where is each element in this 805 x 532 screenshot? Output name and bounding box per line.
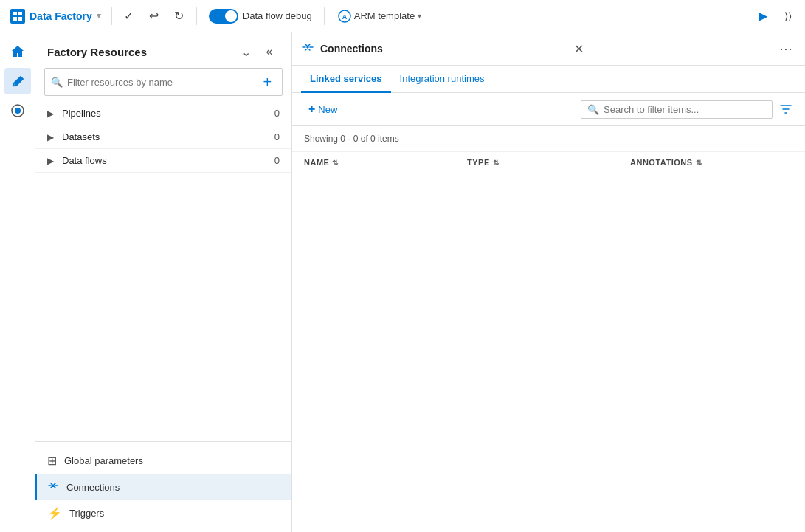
col-ann-label: ANNOTATIONS: [630, 158, 693, 167]
svg-rect-2: [13, 17, 17, 21]
filter-search-input[interactable]: [604, 104, 766, 115]
left-nav: [0, 32, 35, 532]
dataflows-label: Data flows: [62, 155, 274, 166]
collapse-button[interactable]: ⟩⟩: [777, 5, 799, 27]
arm-icon: A: [338, 10, 351, 23]
brand-label: Data Factory: [30, 10, 92, 22]
nav-monitor[interactable]: [4, 97, 31, 124]
table-header: NAME ⇅ TYPE ⇅ ANNOTATIONS ⇅: [292, 152, 805, 173]
new-plus-icon: +: [308, 103, 315, 116]
svg-rect-3: [18, 17, 22, 21]
search-icon: 🔍: [51, 77, 63, 88]
tab-linked-services[interactable]: Linked services: [301, 66, 391, 93]
debug-toggle-thumb: [225, 10, 237, 22]
svg-rect-0: [13, 12, 17, 15]
panel-header: Connections ✕ ⋯: [292, 32, 805, 66]
arm-chevron: ▾: [418, 12, 421, 20]
col-type-label: TYPE: [467, 158, 490, 167]
col-name-sort-icon[interactable]: ⇅: [332, 159, 339, 167]
brand-icon: [10, 9, 25, 24]
toolbar-right: ▶ ⟩⟩: [752, 5, 799, 27]
brand: Data Factory ▾: [6, 9, 106, 24]
dataflows-chevron: ▶: [47, 156, 56, 166]
search-area: 🔍: [581, 99, 796, 120]
sidebar-collapse-btn[interactable]: ⌄: [235, 41, 256, 62]
panel-header-right: ✕: [570, 40, 588, 58]
sidebar-item-dataflows[interactable]: ▶ Data flows 0: [35, 149, 291, 173]
sidebar-item-datasets[interactable]: ▶ Datasets 0: [35, 125, 291, 149]
tab-integration-runtimes[interactable]: Integration runtimes: [391, 66, 494, 93]
col-header-annotations[interactable]: ANNOTATIONS ⇅: [630, 158, 793, 167]
toolbar-separator-1: [111, 7, 112, 25]
new-button[interactable]: + New: [301, 100, 345, 119]
col-header-type[interactable]: TYPE ⇅: [467, 158, 630, 167]
filter-button[interactable]: [775, 99, 796, 120]
filter-search-container: 🔍: [581, 100, 773, 119]
toolbar-separator-3: [324, 7, 325, 25]
datasets-label: Datasets: [62, 131, 274, 142]
connections-panel-icon: [301, 41, 314, 57]
toolbar-separator-2: [196, 7, 197, 25]
col-ann-sort-icon[interactable]: ⇅: [696, 159, 702, 167]
datasets-count: 0: [274, 131, 280, 142]
main-toolbar: Data Factory ▾ ✓ ↩ ↻ Data flow debug A A…: [0, 0, 805, 32]
showing-text: Showing 0 - 0 of 0 items: [292, 126, 805, 152]
col-name-label: NAME: [304, 158, 329, 167]
sidebar-header: Factory Resources ⌄ «: [35, 32, 291, 68]
global-params-icon: ⊞: [47, 454, 57, 468]
main-content: Connections ✕ ⋯ Linked services Integrat…: [292, 32, 805, 532]
undo-button[interactable]: ↩: [143, 5, 165, 27]
connections-icon: [47, 480, 59, 494]
panel-body: Showing 0 - 0 of 0 items NAME ⇅ TYPE ⇅ A…: [292, 126, 805, 532]
panel-toolbar: + New 🔍: [292, 93, 805, 126]
pipelines-chevron: ▶: [47, 108, 56, 119]
nav-author[interactable]: [4, 68, 31, 94]
triggers-icon: ⚡: [47, 506, 62, 520]
debug-toggle-container[interactable]: Data flow debug: [203, 9, 318, 24]
run-button[interactable]: ▶: [752, 5, 774, 27]
new-label: New: [318, 104, 337, 115]
sidebar: Factory Resources ⌄ « 🔍 + ▶ Pipelines 0 …: [35, 32, 292, 532]
redo-button[interactable]: ↻: [168, 5, 190, 27]
debug-toggle-track[interactable]: [209, 9, 238, 24]
redo-icon: ↻: [174, 9, 184, 23]
nav-home[interactable]: [4, 38, 31, 65]
filter-search-icon: 🔍: [587, 104, 599, 115]
dataflows-count: 0: [274, 155, 280, 166]
sidebar-footer-connections[interactable]: Connections: [35, 474, 291, 500]
undo-icon: ↩: [149, 9, 159, 23]
sidebar-footer-triggers[interactable]: ⚡ Triggers: [35, 500, 291, 526]
search-input[interactable]: [67, 77, 255, 88]
svg-point-7: [15, 108, 21, 114]
sidebar-resource-list: ▶ Pipelines 0 ▶ Datasets 0 ▶ Data flows …: [35, 102, 291, 441]
svg-rect-1: [18, 12, 22, 15]
arm-template-label: ARM template: [354, 10, 415, 21]
sidebar-minimize-btn[interactable]: «: [259, 41, 280, 62]
add-resource-button[interactable]: +: [259, 72, 276, 92]
connections-label: Connections: [66, 482, 120, 493]
panel-tabs: Linked services Integration runtimes: [292, 66, 805, 93]
main-layout: Factory Resources ⌄ « 🔍 + ▶ Pipelines 0 …: [0, 32, 805, 532]
arm-template-button[interactable]: A ARM template ▾: [331, 7, 429, 26]
triggers-label: Triggers: [69, 508, 104, 519]
col-header-name[interactable]: NAME ⇅: [304, 158, 467, 167]
sidebar-search-container: 🔍 +: [44, 68, 283, 96]
save-button[interactable]: ✓: [118, 5, 140, 27]
sidebar-footer: ⊞ Global parameters Connections ⚡ Trigge…: [35, 441, 291, 532]
pipelines-label: Pipelines: [62, 108, 274, 119]
datasets-chevron: ▶: [47, 132, 56, 142]
panel-close-button[interactable]: ✕: [570, 40, 588, 58]
panel-more-button[interactable]: ⋯: [775, 38, 796, 59]
sidebar-header-actions: ⌄ «: [235, 41, 280, 62]
sidebar-footer-global-params[interactable]: ⊞ Global parameters: [35, 448, 291, 474]
col-type-sort-icon[interactable]: ⇅: [493, 159, 500, 167]
debug-toggle-label: Data flow debug: [243, 10, 312, 21]
panel-title: Connections: [320, 43, 383, 55]
sidebar-title: Factory Resources: [47, 46, 147, 58]
sidebar-item-pipelines[interactable]: ▶ Pipelines 0: [35, 102, 291, 125]
pipelines-count: 0: [274, 108, 280, 119]
svg-text:A: A: [342, 13, 348, 21]
save-icon: ✓: [124, 9, 134, 23]
global-params-label: Global parameters: [64, 455, 143, 466]
brand-chevron[interactable]: ▾: [97, 11, 101, 21]
